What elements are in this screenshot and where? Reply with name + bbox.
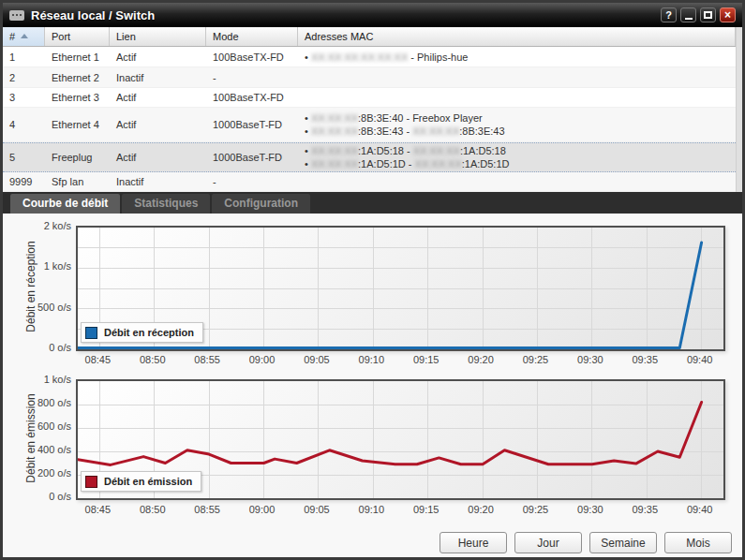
mac-redacted-segment: XX:XX:XX bbox=[311, 112, 358, 124]
heure-button[interactable]: Heure bbox=[440, 532, 507, 553]
x-tick-label: 08:45 bbox=[85, 504, 112, 515]
cell-mac-addresses: XX:XX:XX:8B:3E:40 - Freebox PlayerXX:XX:… bbox=[298, 108, 736, 141]
x-tick-label: 08:50 bbox=[140, 504, 166, 515]
minimize-button[interactable] bbox=[680, 7, 696, 22]
tab-configuration[interactable]: Configuration bbox=[212, 194, 310, 214]
x-tick-label: 09:15 bbox=[413, 504, 440, 515]
mac-address-line: XX:XX:XX:XX:XX:XX - Philips-hue bbox=[305, 51, 468, 64]
legend-swatch bbox=[85, 476, 97, 488]
tab-statistiques[interactable]: Statistiques bbox=[122, 194, 210, 214]
chart-line-debit-en-emission bbox=[78, 403, 702, 465]
jour-button[interactable]: Jour bbox=[514, 532, 582, 553]
x-tick-label: 09:05 bbox=[304, 354, 330, 365]
cell-num: 1 bbox=[3, 47, 45, 66]
legend-label: Débit en réception bbox=[104, 327, 194, 338]
close-button[interactable]: × bbox=[720, 7, 736, 22]
y-tick-label: 200 o/s bbox=[3, 467, 71, 479]
mac-redacted-segment: XX:XX:XX:XX:XX:XX bbox=[311, 52, 408, 63]
cell-port: Sfp lan bbox=[45, 172, 110, 191]
column-header-mode[interactable]: Mode bbox=[206, 27, 298, 46]
mac-redacted-segment: XX:XX:XX bbox=[311, 158, 358, 169]
maximize-button[interactable] bbox=[700, 7, 716, 22]
cell-num: 4 bbox=[3, 108, 45, 141]
y-tick-label: 0 o/s bbox=[3, 342, 71, 353]
mac-text-segment: :8B:3E:43 - bbox=[358, 125, 412, 137]
legend-swatch bbox=[85, 327, 97, 339]
x-tick-label: 09:25 bbox=[523, 354, 549, 365]
charts-panel: Débit en réception2 ko/s1 ko/s500 o/s0 o… bbox=[3, 214, 742, 557]
column-header-label: # bbox=[9, 31, 15, 46]
mac-text-segment: :1A:D5:18 bbox=[460, 145, 506, 156]
help-button[interactable]: ? bbox=[661, 7, 677, 22]
cell-lien: Inactif bbox=[110, 172, 206, 191]
x-tick-label: 09:30 bbox=[577, 504, 603, 515]
cell-num: 5 bbox=[3, 143, 45, 171]
mac-redacted-segment: XX:XX:XX bbox=[311, 125, 358, 137]
y-tick-label: 500 o/s bbox=[3, 302, 71, 313]
mac-redacted-segment: XX:XX:XX bbox=[311, 145, 358, 156]
cell-lien: Actif bbox=[110, 143, 206, 171]
cell-mode: 1000BaseT-FD bbox=[206, 143, 298, 171]
ports-table: #PortLienModeAdresses MAC 1Ethernet 1Act… bbox=[3, 27, 736, 192]
window-title: Réseau local / Switch bbox=[31, 8, 155, 22]
switch-icon bbox=[9, 10, 24, 21]
x-tick-label: 09:35 bbox=[632, 354, 658, 365]
cell-mode: - bbox=[206, 67, 298, 87]
cell-lien: Inactif bbox=[110, 67, 206, 87]
x-tick-label: 09:00 bbox=[249, 354, 276, 365]
table-row-port-ethernet-2[interactable]: 2Ethernet 2Inactif- bbox=[3, 67, 736, 88]
column-header-label: Port bbox=[52, 31, 70, 46]
maximize-icon bbox=[704, 11, 712, 19]
cell-lien: Actif bbox=[110, 108, 206, 141]
column-header-lien[interactable]: Lien bbox=[110, 27, 206, 46]
x-tick-label: 09:40 bbox=[687, 354, 713, 365]
column-header-label: Mode bbox=[213, 31, 239, 46]
mac-text-segment: :1A:D5:18 - bbox=[358, 145, 413, 156]
mac-address-line: XX:XX:XX:8B:3E:40 - Freebox Player bbox=[305, 111, 483, 125]
semaine-button[interactable]: Semaine bbox=[589, 532, 657, 553]
mac-redacted-segment: XX:XX:XX bbox=[413, 145, 460, 156]
x-tick-label: 08:55 bbox=[194, 354, 220, 365]
x-tick-label: 09:10 bbox=[359, 354, 385, 365]
x-tick-label: 09:15 bbox=[413, 354, 440, 365]
table-row-port-freeplug[interactable]: 5FreeplugActif1000BaseT-FDXX:XX:XX:1A:D5… bbox=[3, 142, 736, 172]
tab-courbe-de-debit[interactable]: Courbe de débit bbox=[10, 194, 120, 214]
column-header-adresses-mac[interactable]: Adresses MAC bbox=[298, 27, 736, 46]
x-tick-label: 08:50 bbox=[140, 354, 166, 365]
cell-mode: 1000BaseT-FD bbox=[206, 108, 298, 141]
chart-legend: Débit en réception bbox=[81, 322, 203, 343]
table-row-port-ethernet-3[interactable]: 3Ethernet 3Actif100BaseTX-FD bbox=[3, 88, 736, 108]
mac-address-line: XX:XX:XX:1A:D5:18 - XX:XX:XX:1A:D5:18 bbox=[305, 144, 506, 157]
column-header-num[interactable]: # bbox=[3, 27, 45, 46]
column-header-port[interactable]: Port bbox=[45, 27, 110, 46]
x-tick-label: 09:10 bbox=[359, 504, 385, 515]
cell-mac-addresses bbox=[298, 88, 736, 107]
y-tick-label: 0 o/s bbox=[3, 491, 71, 502]
cell-num: 3 bbox=[3, 88, 45, 107]
mac-redacted-segment: XX:XX:XX bbox=[412, 125, 459, 137]
cell-mac-addresses bbox=[298, 172, 736, 191]
cell-mac-addresses: XX:XX:XX:XX:XX:XX - Philips-hue bbox=[298, 47, 736, 66]
x-tick-label: 09:05 bbox=[304, 504, 330, 515]
mois-button[interactable]: Mois bbox=[664, 532, 732, 553]
mac-text-segment: - Philips-hue bbox=[408, 52, 468, 63]
table-scrollbar[interactable] bbox=[736, 27, 742, 192]
table-row-port-ethernet-1[interactable]: 1Ethernet 1Actif100BaseTX-FDXX:XX:XX:XX:… bbox=[3, 47, 736, 67]
table-row-port-ethernet-4[interactable]: 4Ethernet 4Actif1000BaseT-FDXX:XX:XX:8B:… bbox=[3, 108, 736, 142]
legend-label: Débit en émission bbox=[104, 476, 192, 487]
chart-legend: Débit en émission bbox=[81, 471, 201, 492]
x-tick-label: 08:45 bbox=[85, 354, 112, 365]
switch-window: Réseau local / Switch ? × #PortLienModeA… bbox=[0, 0, 745, 560]
column-header-label: Lien bbox=[116, 31, 136, 46]
cell-port: Ethernet 4 bbox=[45, 108, 110, 141]
cell-mac-addresses: XX:XX:XX:1A:D5:18 - XX:XX:XX:1A:D5:18XX:… bbox=[298, 143, 736, 171]
table-row-port-sfp-lan[interactable]: 9999Sfp lanInactif- bbox=[3, 172, 736, 192]
table-header: #PortLienModeAdresses MAC bbox=[3, 27, 736, 47]
cell-lien: Actif bbox=[110, 88, 206, 107]
y-tick-label: 1 ko/s bbox=[3, 374, 71, 385]
x-tick-label: 09:30 bbox=[577, 354, 603, 365]
sort-asc-icon bbox=[21, 34, 28, 38]
cell-port: Ethernet 3 bbox=[45, 88, 110, 107]
cell-port: Freeplug bbox=[45, 143, 110, 171]
cell-num: 2 bbox=[3, 67, 45, 87]
